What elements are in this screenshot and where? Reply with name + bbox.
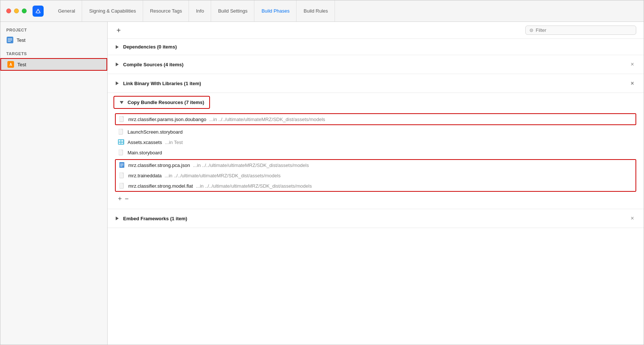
main-area: PROJECT Test TARGETS A bbox=[0, 22, 644, 345]
file-item-mrz-traineddata[interactable]: mrz.traineddata ...in ../../ultimate/ult… bbox=[116, 170, 635, 181]
svg-rect-11 bbox=[121, 140, 123, 142]
content-area: + ⊜ Dependencies (0 items) bbox=[108, 22, 644, 345]
project-icon bbox=[6, 36, 14, 44]
svg-rect-13 bbox=[121, 143, 123, 144]
tab-build-phases[interactable]: Build Phases bbox=[254, 0, 296, 21]
tab-resource-tags[interactable]: Resource Tags bbox=[143, 0, 189, 21]
file-name-mrz-strong-model: mrz.classifier.strong.model.flat bbox=[128, 183, 193, 189]
phase-dependencies: Dependencies (0 items) bbox=[108, 39, 644, 55]
file-item-mrz-strong-pca[interactable]: mrz.classifier.strong.pca.json ...in ../… bbox=[116, 160, 635, 170]
file-doc-icon bbox=[119, 182, 125, 189]
phase-copy-bundle-title: Copy Bundle Resources (7 items) bbox=[128, 100, 204, 105]
svg-rect-16 bbox=[120, 164, 123, 164]
file-item-row: mrz.classifier.params.json.doubango ...i… bbox=[116, 114, 635, 124]
phase-compile-sources-title: Compile Sources (4 items) bbox=[123, 62, 183, 67]
file-item-launch-screen[interactable]: LaunchScreen.storyboard bbox=[115, 127, 636, 137]
filter-icon: ⊜ bbox=[529, 27, 533, 33]
phase-link-binary-close[interactable]: × bbox=[628, 79, 636, 87]
svg-rect-17 bbox=[120, 165, 123, 165]
copy-bundle-actions: + − bbox=[115, 193, 636, 204]
sidebar-item-target[interactable]: A Test bbox=[0, 58, 107, 71]
file-item-assets[interactable]: Assets.xcassets ...in Test bbox=[115, 137, 636, 147]
phase-copy-bundle-header[interactable]: Copy Bundle Resources (7 items) bbox=[113, 96, 210, 109]
minimize-button[interactable] bbox=[14, 9, 19, 13]
file-group-mrz-models: mrz.classifier.strong.pca.json ...in ../… bbox=[115, 159, 636, 192]
file-name-launch-screen: LaunchScreen.storyboard bbox=[128, 129, 183, 135]
tab-info[interactable]: Info bbox=[189, 0, 211, 21]
svg-rect-2 bbox=[8, 38, 12, 39]
file-xcassets-icon bbox=[118, 139, 125, 145]
file-path-mrz-strong-model: ...in ../../ultimate/ultimateMRZ/SDK_dis… bbox=[196, 183, 312, 189]
triangle-down-icon bbox=[119, 100, 124, 105]
file-doc-icon bbox=[119, 116, 125, 123]
main-window: General Signing & Capabilities Resource … bbox=[0, 0, 644, 345]
add-file-button[interactable]: + bbox=[118, 195, 122, 202]
targets-section-label: TARGETS bbox=[0, 50, 107, 58]
phase-embed-frameworks-title: Embed Frameworks (1 item) bbox=[123, 216, 187, 221]
file-doc-icon bbox=[119, 172, 125, 179]
filter-box[interactable]: ⊜ bbox=[525, 26, 636, 35]
tabs: General Signing & Capabilities Resource … bbox=[51, 0, 644, 21]
tab-general[interactable]: General bbox=[51, 0, 82, 21]
phase-dependencies-title: Dependencies (0 items) bbox=[123, 44, 177, 50]
window-controls bbox=[0, 9, 33, 13]
file-path-assets: ...in Test bbox=[165, 140, 183, 145]
file-doc-icon bbox=[118, 149, 125, 156]
tab-build-rules[interactable]: Build Rules bbox=[296, 0, 335, 21]
file-name-mrz-traineddata: mrz.traineddata bbox=[128, 173, 162, 178]
file-item-mrz-params[interactable]: mrz.classifier.params.json.doubango ...i… bbox=[115, 113, 636, 125]
svg-rect-12 bbox=[119, 143, 121, 144]
phase-compile-sources-close[interactable]: × bbox=[628, 60, 636, 68]
remove-file-button[interactable]: − bbox=[125, 195, 129, 202]
svg-text:A: A bbox=[9, 63, 12, 67]
phase-copy-bundle-content: mrz.classifier.params.json.doubango ...i… bbox=[108, 113, 644, 209]
phase-link-binary-title: Link Binary With Libraries (1 item) bbox=[123, 81, 201, 86]
file-doc-icon bbox=[118, 128, 125, 135]
add-phase-button[interactable]: + bbox=[115, 27, 122, 34]
triangle-right-icon bbox=[115, 62, 119, 67]
sidebar-target-name: Test bbox=[17, 62, 26, 67]
close-button[interactable] bbox=[6, 9, 11, 13]
svg-rect-18 bbox=[120, 166, 122, 167]
sidebar-project-name: Test bbox=[17, 37, 26, 43]
triangle-right-icon bbox=[115, 81, 119, 86]
file-path-mrz-params: ...in ../../ultimate/ultimateMRZ/SDK_dis… bbox=[209, 117, 325, 122]
phase-link-binary: Link Binary With Libraries (1 item) × bbox=[108, 74, 644, 93]
phase-embed-frameworks-header[interactable]: Embed Frameworks (1 item) × bbox=[108, 209, 644, 228]
xcode-icon bbox=[33, 6, 44, 17]
svg-rect-4 bbox=[8, 41, 11, 42]
file-item-main-storyboard[interactable]: Main.storyboard bbox=[115, 147, 636, 158]
project-section-label: PROJECT bbox=[0, 26, 107, 34]
content-toolbar: + ⊜ bbox=[108, 22, 644, 39]
tab-signing[interactable]: Signing & Capabilities bbox=[82, 0, 143, 21]
tab-bar: General Signing & Capabilities Resource … bbox=[0, 0, 644, 22]
file-name-mrz-params: mrz.classifier.params.json.doubango bbox=[128, 117, 206, 122]
triangle-right-icon bbox=[115, 216, 119, 221]
file-pca-icon bbox=[119, 162, 125, 168]
phase-embed-frameworks-close[interactable]: × bbox=[628, 214, 636, 222]
tab-build-settings[interactable]: Build Settings bbox=[211, 0, 255, 21]
filter-input[interactable] bbox=[536, 27, 632, 33]
triangle-right-icon bbox=[115, 45, 119, 49]
target-icon: A bbox=[7, 61, 14, 68]
file-item-mrz-strong-model[interactable]: mrz.classifier.strong.model.flat ...in .… bbox=[116, 181, 635, 191]
sidebar: PROJECT Test TARGETS A bbox=[0, 22, 108, 345]
phase-dependencies-header[interactable]: Dependencies (0 items) bbox=[108, 39, 644, 55]
file-path-mrz-traineddata: ...in ../../ultimate/ultimateMRZ/SDK_dis… bbox=[165, 173, 281, 178]
phase-embed-frameworks: Embed Frameworks (1 item) × bbox=[108, 209, 644, 228]
phase-link-binary-header[interactable]: Link Binary With Libraries (1 item) × bbox=[108, 74, 644, 93]
phase-compile-sources-header[interactable]: Compile Sources (4 items) × bbox=[108, 55, 644, 74]
phase-copy-bundle: Copy Bundle Resources (7 items) × bbox=[108, 93, 644, 209]
file-name-assets: Assets.xcassets bbox=[128, 140, 162, 145]
maximize-button[interactable] bbox=[22, 9, 27, 13]
svg-rect-10 bbox=[119, 140, 121, 142]
file-name-main-storyboard: Main.storyboard bbox=[128, 150, 162, 155]
phase-compile-sources: Compile Sources (4 items) × bbox=[108, 55, 644, 74]
file-name-mrz-strong-pca: mrz.classifier.strong.pca.json bbox=[128, 163, 190, 168]
sidebar-item-project[interactable]: Test bbox=[0, 34, 107, 46]
file-path-mrz-strong-pca: ...in ../../ultimate/ultimateMRZ/SDK_dis… bbox=[193, 163, 309, 168]
svg-rect-3 bbox=[8, 40, 12, 41]
